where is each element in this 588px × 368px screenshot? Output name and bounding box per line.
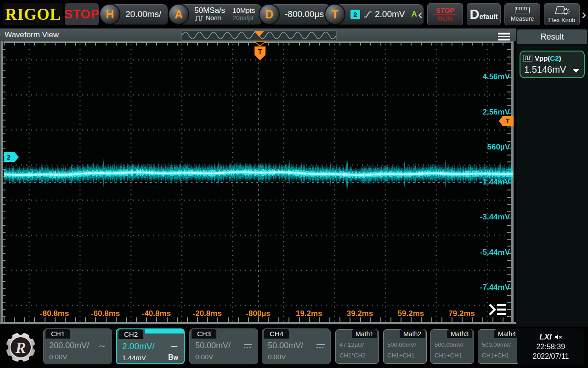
speaker-muted-icon [554,334,562,340]
memory-depth: 10Mpts [232,6,255,14]
time-axis-label: -80.8ms [34,309,75,318]
bottom-bar: R CH1 200.00mV/ ∼ 0.00V CH2 2.00mV/ ∼ 1.… [0,327,588,368]
dc-coupling-icon [317,344,325,348]
rigol-logo: RIGOL [3,3,63,25]
channel-card-ch1[interactable]: CH1 200.00mV/ ∼ 0.00V [43,328,112,364]
ch2-scale: 2.00mV/ [122,341,155,351]
ch4-offset: 0.00V [268,353,286,361]
trigger-source-badge: 2 [351,10,360,19]
math3-scale: 500.00mV/ [435,341,464,348]
math1-tab: Math1 [352,329,377,338]
run-state-badge[interactable]: STOP [65,3,99,25]
horizontal-scale: 20.00ms/ [125,9,161,19]
svg-text:R: R [15,339,26,356]
run-label: RUN [438,15,453,23]
time-axis-label: 39.2ms [339,309,381,318]
flex-knob-icon [554,6,570,15]
waveform-view-title: Waveform View [5,30,59,40]
rigol-gear-logo[interactable]: R [4,330,37,365]
acquire-panel[interactable]: 50MSa/s Norm 10Mpts 20ns/pt [180,4,262,25]
default-rest: efault [479,12,498,20]
default-initial: D [470,7,480,22]
trigger-knob[interactable]: T [324,4,345,25]
waveform-preview-strip[interactable] [181,30,337,40]
graticule-plot[interactable]: T T 2 4.56mV2.56mV560µV-1.44mV-3.44mV-5.… [0,41,516,327]
ch4-tab: CH4 [264,329,289,339]
ch3-offset: 0.00V [195,353,213,361]
waveform-view-window: Waveform View T T 2 4.56mV2.56mV [0,29,516,327]
trigger-panel[interactable]: 2 2.00mV A [336,4,424,25]
dropdown-arrow-icon[interactable] [573,69,579,73]
math-card-math1[interactable]: Math1 47.12µU/ CH1*CH2 [335,329,379,364]
top-bar: RIGOL STOP H 20.00ms/ A 50MSa/s Norm [0,0,588,29]
math-card-math4[interactable]: Math4 500.00mV/ CH1+CH1 [478,329,521,364]
ch2-offset: 1.44mV [122,354,146,362]
time-resolution: 20ns/pt [232,14,255,22]
ruler-icon [515,7,530,13]
math4-scale: 500.00mV/ [482,341,511,348]
horizontal-knob[interactable]: H [99,4,120,25]
measure-label: Measure [511,15,534,22]
clock-time: 22:58:39 [537,342,565,351]
lxi-badge: LXI [539,333,551,342]
result-panel-title: Result [517,29,587,44]
time-axis-label: -800µs [237,309,279,318]
flex-knob-button[interactable]: Flex Knob [544,3,580,25]
acquire-mode: Norm [206,14,221,22]
menu-icon[interactable] [498,33,510,42]
channel-card-ch2[interactable]: CH2 2.00mV/ ∼ 1.44mV BW [116,328,185,364]
delay-knob[interactable]: D [259,4,280,25]
ch1-scale: 200.00mV/ [49,341,89,351]
measure-button[interactable]: Measure [504,3,540,25]
sample-rate: 50MSa/s [194,6,225,14]
acquire-knob[interactable]: A [168,4,189,25]
trigger-control: T 2 2.00mV A [324,4,424,25]
status-clock-panel[interactable]: LXI 22:58:39 2022/07/11 [517,328,584,365]
stop-label: STOP [436,6,455,14]
math1-expression: CH1*CH2 [339,352,366,359]
pulse-icon [194,15,204,21]
channel-card-ch4[interactable]: CH4 50.00mV/ 0.00V [262,328,331,364]
ac-coupling-icon: ∼ [170,342,178,351]
nav-right-chevron[interactable]: › [582,7,586,21]
time-axis-label: -60.8ms [85,309,126,318]
delay-control: D -800.00µs [259,4,331,25]
rigol-logo-text: RIGOL [5,5,61,24]
voltage-axis-label: 2.56mV [482,108,510,117]
math3-tab: Math3 [447,329,472,338]
math-card-math2[interactable]: Math2 500.00mV/ CH1+CH1 [383,329,427,364]
math2-scale: 500.00mV/ [387,341,416,348]
ch2-noise-trace [4,42,513,323]
preview-trigger-position-marker[interactable] [254,31,264,37]
bandwidth-limit-badge: BW [168,353,178,362]
ch3-scale: 50.00mV/ [195,341,231,351]
acquire-control: A 50MSa/s Norm 10Mpts 20ns/pt [168,4,262,25]
time-axis-label: -40.8ms [136,309,177,318]
stop-run-button[interactable]: STOP RUN [427,3,463,25]
math2-tab: Math2 [400,329,425,338]
nav-left-chevron[interactable]: ‹ [418,7,423,21]
result-panel: Result Vpp(C2) 1.5146mV [516,29,588,327]
measurement-source: C2 [550,54,559,62]
ch4-scale: 50.00mV/ [268,341,303,351]
math4-tab: Math4 [494,329,520,338]
ch1-offset: 0.00V [49,353,67,361]
math-card-math3[interactable]: Math3 500.00mV/ CH1+CH1 [430,329,474,364]
expand-menu-icon[interactable] [488,303,507,316]
trigger-level: 2.00mV [375,9,405,19]
ch2-tab: CH2 [119,329,143,339]
ch3-tab: CH3 [192,329,216,339]
default-button[interactable]: D efault [467,3,501,25]
ch1-tab: CH1 [45,329,70,339]
waveform-view-titlebar: Waveform View [0,29,516,41]
ac-coupling-icon: ∼ [98,342,106,350]
voltage-axis-label: -5.44mV [480,248,510,257]
measurement-value: 1.5146mV [524,64,566,75]
voltage-axis-label: 4.56mV [482,72,510,81]
math3-expression: CH1+CH1 [435,352,462,359]
channel-card-ch3[interactable]: CH3 50.00mV/ 0.00V [189,328,258,364]
measurement-pulse-icon [523,55,532,62]
delay-value: -800.00µs [285,9,324,19]
measurement-card[interactable]: Vpp(C2) 1.5146mV [520,51,585,78]
voltage-axis-label: 560µV [487,143,510,152]
